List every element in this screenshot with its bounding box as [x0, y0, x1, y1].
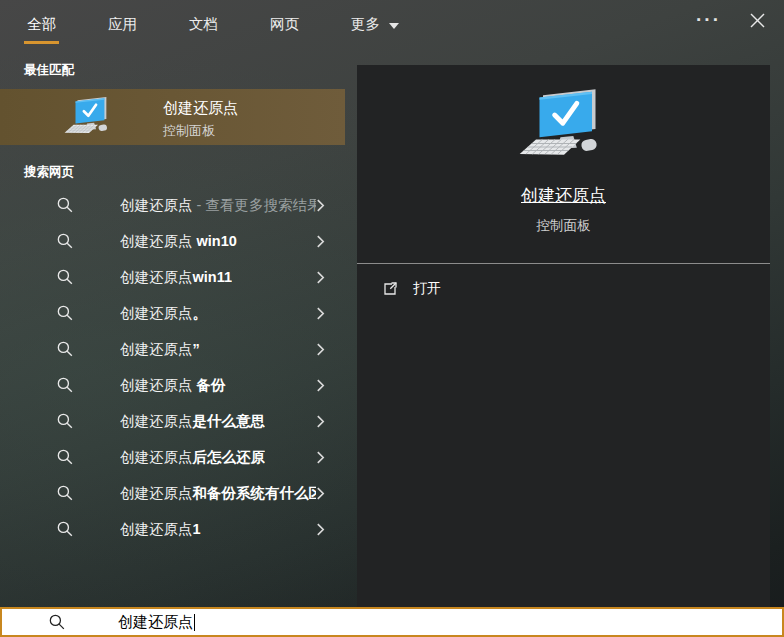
search-icon [56, 232, 74, 250]
web-search-list: 创建还原点 - 查看更多搜索结果 创建还原点 win10 [0, 187, 345, 547]
web-search-suggestion[interactable]: 创建还原点。 [0, 295, 345, 331]
search-icon [56, 376, 74, 394]
preview-panel: 创建还原点 控制面板 打开 [357, 65, 770, 607]
preview-title: 创建还原点 [357, 184, 770, 207]
web-search-suggestion[interactable]: 创建还原点” [0, 331, 345, 367]
best-match-text: 创建还原点 控制面板 [163, 98, 238, 140]
web-search-header: 搜索网页 [0, 145, 345, 181]
tab-documents-label: 文档 [189, 15, 218, 34]
search-icon [48, 613, 66, 631]
chevron-right-icon[interactable] [316, 450, 325, 465]
windows-search-flyout: 全部 应用 文档 网页 更多 ··· 最佳匹配 创建还原点 [0, 0, 784, 637]
suggestion-text: 创建还原点是什么意思 [120, 412, 265, 431]
suggestion-text: 创建还原点 - 查看更多搜索结果 [120, 196, 316, 215]
web-search-suggestion[interactable]: 创建还原点后怎么还原 [0, 439, 345, 475]
chevron-right-icon[interactable] [316, 198, 325, 213]
open-external-icon [382, 281, 398, 297]
suggestion-text: 创建还原点1 [120, 520, 201, 539]
web-search-suggestion[interactable]: 创建还原点是什么意思 [0, 403, 345, 439]
search-icon [56, 196, 74, 214]
pc-check-icon [62, 95, 116, 139]
tab-more-label: 更多 [351, 15, 380, 34]
tab-more[interactable]: 更多 [348, 15, 402, 41]
chevron-down-icon [389, 23, 399, 29]
tab-web[interactable]: 网页 [267, 15, 302, 41]
search-icon [56, 448, 74, 466]
suggestion-text: 创建还原点后怎么还原 [120, 448, 265, 467]
search-icon [56, 484, 74, 502]
preview-subtitle: 控制面板 [357, 217, 770, 235]
tab-apps-label: 应用 [108, 15, 137, 34]
tab-all[interactable]: 全部 [24, 15, 59, 44]
chevron-right-icon[interactable] [316, 270, 325, 285]
open-action-label: 打开 [413, 280, 441, 298]
search-query-text: 创建还原点 [118, 613, 193, 632]
tab-apps[interactable]: 应用 [105, 15, 140, 41]
web-search-suggestion[interactable]: 创建还原点 - 查看更多搜索结果 [0, 187, 345, 223]
search-icon [56, 340, 74, 358]
suggestion-text: 创建还原点win11 [120, 268, 232, 287]
best-match-result[interactable]: 创建还原点 控制面板 [0, 89, 345, 145]
close-icon[interactable] [749, 12, 766, 29]
search-icon [56, 304, 74, 322]
results-column: 最佳匹配 创建还原点 控制面板 搜索网页 创建还原点 - 查看更多搜索结果 [0, 55, 345, 607]
suggestion-text: 创建还原点和备份系统有什么区别 [120, 484, 316, 503]
web-search-suggestion[interactable]: 创建还原点和备份系统有什么区别 [0, 475, 345, 511]
search-input[interactable]: 创建还原点 [0, 607, 784, 637]
chevron-right-icon[interactable] [316, 486, 325, 501]
chevron-right-icon[interactable] [316, 234, 325, 249]
web-search-suggestion[interactable]: 创建还原点 备份 [0, 367, 345, 403]
web-search-suggestion[interactable]: 创建还原点 win10 [0, 223, 345, 259]
best-match-title: 创建还原点 [163, 98, 238, 118]
suggestion-text: 创建还原点 win10 [120, 232, 237, 251]
search-icon [56, 520, 74, 538]
suggestion-text: 创建还原点” [120, 340, 200, 359]
search-icon [56, 268, 74, 286]
web-search-suggestion[interactable]: 创建还原点win11 [0, 259, 345, 295]
more-options-icon[interactable]: ··· [696, 10, 721, 30]
best-match-subtitle: 控制面板 [163, 122, 238, 140]
chevron-right-icon[interactable] [316, 522, 325, 537]
tab-web-label: 网页 [270, 15, 299, 34]
tab-all-label: 全部 [27, 15, 56, 34]
search-icon [56, 412, 74, 430]
best-match-header: 最佳匹配 [0, 55, 345, 79]
divider [357, 263, 770, 264]
chevron-right-icon[interactable] [316, 378, 325, 393]
window-controls: ··· [696, 10, 766, 30]
pc-check-icon [515, 87, 613, 164]
suggestion-text: 创建还原点。 [120, 304, 207, 323]
suggestion-text: 创建还原点 备份 [120, 376, 226, 395]
chevron-right-icon[interactable] [316, 342, 325, 357]
text-cursor [194, 614, 195, 631]
chevron-right-icon[interactable] [316, 414, 325, 429]
tab-documents[interactable]: 文档 [186, 15, 221, 41]
open-action[interactable]: 打开 [357, 280, 770, 298]
search-filter-tabs: 全部 应用 文档 网页 更多 [0, 0, 784, 55]
chevron-right-icon[interactable] [316, 306, 325, 321]
web-search-suggestion[interactable]: 创建还原点1 [0, 511, 345, 547]
